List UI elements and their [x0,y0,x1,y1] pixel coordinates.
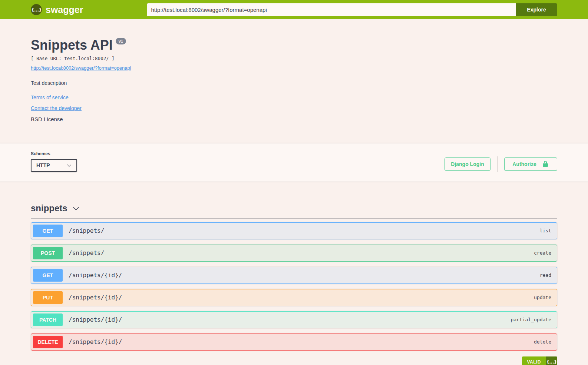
operation-summary: list [540,228,555,233]
swagger-logo-icon: {…} [31,4,42,15]
scheme-container: Schemes HTTP Django Login Authorize [0,143,588,182]
base-url: [ Base URL: test.local:8002/ ] [31,56,557,61]
operation-row-post-snippets-create[interactable]: POST /snippets/ create [31,245,557,262]
api-description: Test description [31,80,557,86]
operation-summary: partial_update [511,317,555,322]
method-badge: DELETE [33,336,63,348]
operation-path: /snippets/{id}/ [69,272,122,279]
license-label: BSD License [31,116,557,122]
method-badge: GET [33,225,63,237]
operation-path: /snippets/ [69,249,104,256]
operation-path: /snippets/{id}/ [69,294,122,301]
operation-row-get-snippet-read[interactable]: GET /snippets/{id}/ read [31,267,557,284]
operation-path: /snippets/{id}/ [69,338,122,345]
operation-row-put-snippet-update[interactable]: PUT /snippets/{id}/ update [31,289,557,306]
operation-summary: create [534,250,555,256]
scheme-selected-value: HTTP [36,162,50,168]
scheme-select[interactable]: HTTP [31,159,77,172]
auth-wrapper: Django Login Authorize [445,156,557,172]
terms-of-service-link[interactable]: Terms of service [31,95,69,100]
schemes-label: Schemes [31,151,77,156]
operation-summary: read [540,272,555,278]
method-badge: PATCH [33,313,63,326]
tag-name: snippets [31,203,67,213]
django-login-button[interactable]: Django Login [445,157,490,171]
operation-path: /snippets/ [69,227,104,234]
operation-row-get-snippets-list[interactable]: GET /snippets/ list [31,222,557,239]
explore-button[interactable]: Explore [516,3,557,16]
api-info-section: Snippets APIv1 [ Base URL: test.local:80… [0,19,588,143]
api-title-text: Snippets API [31,37,113,53]
validator-row: VALID {…} [31,356,557,365]
swagger-validator-icon: {…} [546,356,557,365]
operation-path: /snippets/{id}/ [69,316,122,323]
authorize-label: Authorize [512,161,536,167]
tag-snippets[interactable]: snippets [31,199,557,217]
method-badge: GET [33,269,63,282]
schemes-group: Schemes HTTP [31,151,77,172]
topbar: {…} swagger Explore [0,0,588,19]
version-badge: v1 [116,38,126,44]
chevron-down-icon [72,205,80,212]
spec-url-input[interactable] [147,3,516,16]
operation-summary: update [534,295,555,300]
validator-status: VALID [522,356,546,365]
operation-row-delete-snippet[interactable]: DELETE /snippets/{id}/ delete [31,334,557,351]
operation-row-patch-snippet-partial-update[interactable]: PATCH /snippets/{id}/ partial_update [31,311,557,328]
swagger-brand-link[interactable]: {…} swagger [31,4,83,15]
spec-link[interactable]: http://test.local:8002/swagger/?format=o… [31,66,131,70]
method-badge: POST [33,247,63,259]
tag-divider [31,218,557,219]
auth-divider [497,156,498,172]
method-badge: PUT [33,291,63,304]
operations-section: snippets GET /snippets/ list POST /snipp… [0,182,588,365]
brand-title: swagger [46,4,83,15]
contact-developer-link[interactable]: Contact the developer [31,106,82,111]
spec-url-form: Explore [147,3,557,16]
unlock-icon [542,160,549,168]
validator-badge[interactable]: VALID {…} [522,356,557,365]
page-title: Snippets APIv1 [31,38,557,53]
authorize-button[interactable]: Authorize [504,157,557,171]
chevron-down-icon [67,163,72,168]
operation-summary: delete [534,339,555,345]
